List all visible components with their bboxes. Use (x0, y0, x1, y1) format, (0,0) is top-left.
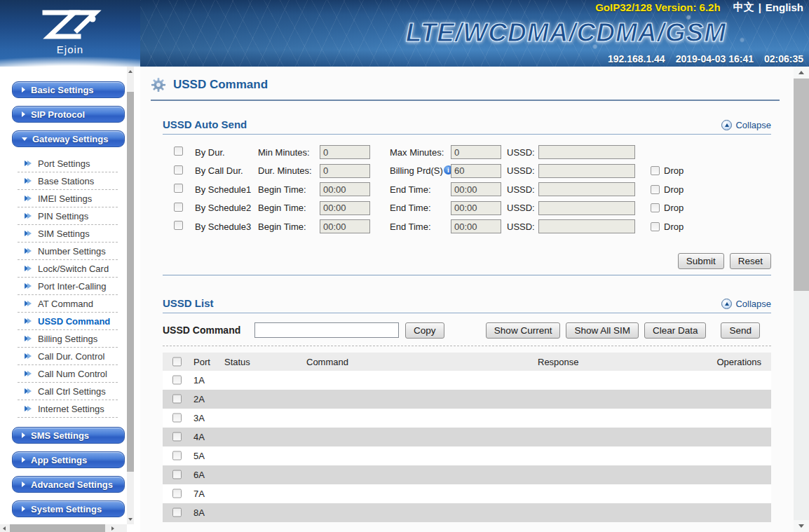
sidebar-item-lock-switch-card[interactable]: Lock/Switch Card (18, 260, 118, 278)
lang-chinese-link[interactable]: 中文 (733, 1, 754, 14)
schedule3-end-input[interactable] (451, 219, 501, 233)
scroll-down-button[interactable] (794, 520, 809, 532)
table-row-2a-checkbox[interactable] (172, 395, 182, 404)
by-dur-checkbox[interactable] (174, 146, 183, 156)
sidebar-section-label: Advanced Settings (31, 479, 113, 490)
schedule3-begin-input[interactable] (320, 219, 370, 233)
table-row-6a-checkbox[interactable] (172, 470, 182, 479)
lang-english-link[interactable]: English (766, 1, 803, 13)
sidebar-section-gateway-settings[interactable]: Gateway Settings (12, 130, 125, 147)
sidebar-section-sms-settings[interactable]: SMS Settings (12, 427, 125, 444)
sidebar-item-at-command[interactable]: AT Command (18, 295, 118, 313)
scrollbar-thumb[interactable] (794, 79, 809, 291)
table-row-6a: 6A (163, 465, 771, 484)
table-row-1a-checkbox[interactable] (172, 376, 182, 385)
sidebar-section-app-settings[interactable]: App Settings (12, 451, 125, 468)
ussd-input-schedule1[interactable] (538, 182, 635, 196)
ussd-input-schedule3[interactable] (538, 219, 635, 233)
reset-button[interactable]: Reset (730, 253, 771, 269)
billing-prd-input[interactable] (451, 164, 501, 178)
drop-checkbox-schedule2[interactable] (651, 203, 660, 212)
scroll-left-button[interactable] (0, 524, 8, 532)
auto-send-row-schedule1: By Schedule1 Begin Time: End Time: USSD:… (174, 180, 771, 199)
show-current-button[interactable]: Show Current (486, 322, 561, 339)
app-root: GoIP32/128 Version: 6.2h 中文 | English LT… (0, 0, 809, 532)
field-label: End Time: (390, 203, 451, 213)
sidebar-section-system-settings[interactable]: System Settings (12, 500, 125, 517)
arrow-icon (25, 248, 32, 254)
sidebar-item-internet-settings[interactable]: Internet Settings (18, 400, 118, 418)
copy-button[interactable]: Copy (405, 322, 444, 339)
schedule2-checkbox[interactable] (174, 203, 183, 212)
sidebar-section-basic-settings[interactable]: Basic Settings (12, 81, 125, 98)
gear-icon (151, 77, 166, 93)
schedule3-checkbox[interactable] (174, 221, 183, 230)
table-row-7a-checkbox[interactable] (172, 489, 182, 498)
by-call-dur-checkbox[interactable] (174, 165, 183, 175)
scroll-down-button[interactable] (127, 514, 134, 524)
min-minutes-input[interactable] (320, 145, 370, 159)
ussd-command-input[interactable] (254, 322, 399, 338)
sidebar-item-ussd-command[interactable]: USSD Command (18, 313, 118, 330)
sidebar-item-sim-settings[interactable]: SIM Settings (18, 225, 118, 243)
scrollbar-thumb[interactable] (10, 524, 105, 532)
field-label: End Time: (390, 184, 451, 195)
table-row-3a-checkbox[interactable] (172, 414, 182, 423)
send-button[interactable]: Send (721, 322, 760, 339)
schedule2-end-input[interactable] (451, 201, 501, 215)
sidebar-item-label: Call Dur. Control (38, 351, 104, 362)
sidebar-item-label: IMEI Settings (38, 193, 92, 204)
content-vertical-scrollbar[interactable] (794, 67, 809, 532)
sidebar-horizontal-scrollbar[interactable] (0, 524, 127, 532)
table-row-8a-checkbox[interactable] (172, 508, 182, 517)
collapse-link[interactable]: Collapse (721, 120, 771, 130)
sidebar-item-call-ctrl-settings[interactable]: Call Ctrl Settings (18, 383, 118, 400)
drop-label: Drop (664, 184, 684, 195)
max-minutes-input[interactable] (451, 145, 501, 159)
port-cell: 4A (193, 432, 205, 442)
table-select-all-checkbox[interactable] (172, 357, 182, 366)
submit-button[interactable]: Submit (678, 253, 724, 269)
schedule1-end-input[interactable] (451, 182, 501, 196)
schedule1-checkbox[interactable] (174, 184, 183, 193)
arrow-up-icon (128, 70, 132, 73)
ussd-auto-send-section: USSD Auto Send Collapse By Dur. Min Minu… (163, 118, 771, 275)
sidebar-item-port-settings[interactable]: Port Settings (18, 155, 118, 172)
section-title: USSD Auto Send (163, 118, 247, 130)
sidebar-item-number-settings[interactable]: Number Settings (18, 243, 118, 260)
header: GoIP32/128 Version: 6.2h 中文 | English LT… (0, 0, 809, 67)
port-cell: 5A (193, 451, 205, 461)
ussd-input-by-dur[interactable] (538, 145, 635, 159)
sidebar-item-pin-settings[interactable]: PIN Settings (18, 207, 118, 225)
auto-send-row-schedule3: By Schedule3 Begin Time: End Time: USSD:… (174, 217, 771, 236)
scroll-right-button[interactable] (109, 524, 117, 532)
dur-minutes-input[interactable] (320, 164, 370, 178)
ussd-input-schedule2[interactable] (538, 201, 635, 215)
sidebar-vertical-scrollbar[interactable] (127, 67, 134, 524)
ussd-input-by-call-dur[interactable] (538, 164, 635, 178)
drop-checkbox-schedule1[interactable] (651, 185, 660, 194)
sidebar-item-imei-settings[interactable]: IMEI Settings (18, 190, 118, 207)
sidebar-item-call-num-control[interactable]: Call Num Control (18, 365, 118, 383)
sidebar-item-billing-settings[interactable]: Billing Settings (18, 330, 118, 348)
schedule2-begin-input[interactable] (320, 201, 370, 215)
table-row-5a-checkbox[interactable] (172, 451, 182, 461)
drop-checkbox-schedule3[interactable] (651, 222, 660, 231)
sidebar-section-sip-protocol[interactable]: SIP Protocol (12, 106, 125, 123)
scroll-up-button[interactable] (794, 67, 809, 79)
schedule1-begin-input[interactable] (320, 182, 370, 196)
sidebar-item-port-inter-calling[interactable]: Port Inter-Calling (18, 278, 118, 295)
drop-checkbox-by-call-dur[interactable] (651, 166, 660, 175)
scroll-up-button[interactable] (127, 67, 134, 76)
collapse-link[interactable]: Collapse (721, 299, 771, 309)
table-row-4a-checkbox[interactable] (172, 432, 182, 442)
drop-label: Drop (664, 203, 684, 213)
scrollbar-thumb[interactable] (127, 92, 134, 472)
arrow-down-icon (128, 518, 132, 521)
sidebar-item-base-stations[interactable]: Base Stations (18, 172, 118, 190)
show-all-sim-button[interactable]: Show All SIM (566, 322, 639, 339)
clear-data-button[interactable]: Clear Data (644, 322, 707, 339)
arrow-icon (25, 161, 32, 166)
sidebar-item-call-dur-control[interactable]: Call Dur. Control (18, 348, 118, 365)
sidebar-section-advanced-settings[interactable]: Advanced Settings (12, 476, 125, 493)
